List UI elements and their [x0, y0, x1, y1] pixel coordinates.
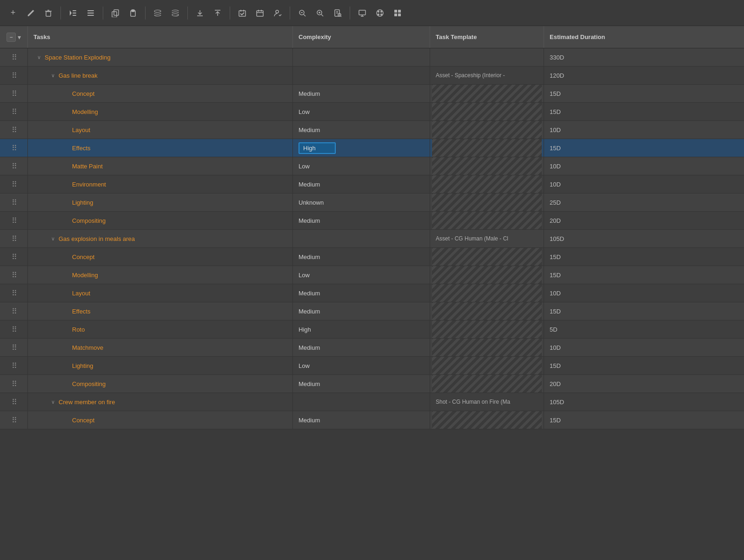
complexity-cell[interactable]: Medium [293, 121, 430, 139]
row-drag-handle[interactable]: ⠿ [0, 320, 28, 338]
row-drag-handle[interactable]: ⠿ [0, 103, 28, 120]
hatched-pattern [432, 139, 542, 157]
complexity-value-selected[interactable]: High [299, 142, 336, 154]
row-drag-handle[interactable]: ⠿ [0, 411, 28, 429]
complexity-cell[interactable] [293, 230, 430, 247]
upload-icon[interactable] [210, 6, 225, 20]
table-row[interactable]: ⠿LightingLow15D [0, 357, 744, 375]
table-row[interactable]: ⠿LayoutMedium10D [0, 284, 744, 302]
table-row[interactable]: ⠿EnvironmentMedium10D [0, 175, 744, 193]
complexity-cell[interactable] [293, 48, 430, 66]
complexity-cell[interactable]: Low [293, 157, 430, 175]
row-drag-handle[interactable]: ⠿ [0, 85, 28, 102]
svg-rect-18 [239, 11, 246, 16]
row-drag-handle[interactable]: ⠿ [0, 139, 28, 157]
table-row[interactable]: ⠿ModellingLow15D [0, 103, 744, 121]
palette-icon[interactable] [372, 6, 387, 20]
complexity-cell[interactable]: Medium [293, 302, 430, 320]
layers-down-icon[interactable] [168, 6, 183, 20]
row-drag-handle[interactable]: ⠿ [0, 67, 28, 84]
table-row[interactable]: ⠿ModellingLow15D [0, 266, 744, 284]
complexity-cell[interactable]: Medium [293, 339, 430, 356]
table-row[interactable]: ⠿∨Space Station Exploding330D [0, 48, 744, 67]
column-toggle[interactable]: − ▾ [0, 26, 28, 48]
task-label: Crew member on fire [59, 399, 115, 406]
complexity-cell[interactable]: Low [293, 266, 430, 284]
row-drag-handle[interactable]: ⠿ [0, 339, 28, 356]
sort-chevron-icon[interactable]: ▾ [18, 33, 21, 41]
indent-right-icon[interactable] [66, 6, 80, 20]
complexity-cell[interactable]: Medium [293, 284, 430, 302]
search-doc-icon[interactable] [330, 6, 345, 20]
hatched-pattern [432, 103, 542, 120]
add-icon[interactable]: + [6, 6, 20, 20]
expand-chevron-icon[interactable]: ∨ [37, 54, 41, 60]
calendar-icon[interactable] [252, 6, 267, 20]
table-row[interactable]: ⠿Matte PaintLow10D [0, 157, 744, 175]
table-row[interactable]: ⠿MatchmoveMedium10D [0, 339, 744, 357]
table-row[interactable]: ⠿∨Gas line breakAsset - Spaceship (Inter… [0, 67, 744, 85]
table-row[interactable]: ⠿EffectsMedium15D [0, 302, 744, 320]
complexity-cell[interactable]: Unknown [293, 193, 430, 211]
table-row[interactable]: ⠿∨Crew member on fireShot - CG Human on … [0, 393, 744, 411]
grid-view-icon[interactable] [390, 6, 405, 20]
row-drag-handle[interactable]: ⠿ [0, 248, 28, 266]
complexity-cell[interactable]: Medium [293, 375, 430, 393]
table-row[interactable]: ⠿ConceptMedium15D [0, 411, 744, 429]
delete-icon[interactable] [41, 6, 56, 20]
indent-left-icon[interactable] [83, 6, 98, 20]
complexity-cell[interactable]: Medium [293, 248, 430, 266]
complexity-cell[interactable] [293, 393, 430, 411]
svg-line-28 [304, 14, 306, 16]
expand-chevron-icon[interactable]: ∨ [51, 73, 55, 79]
complexity-cell[interactable]: Medium [293, 175, 430, 193]
complexity-cell[interactable]: High [293, 320, 430, 338]
row-drag-handle[interactable]: ⠿ [0, 193, 28, 211]
template-name: Asset - Spaceship (Interior - [432, 72, 509, 79]
row-drag-handle[interactable]: ⠿ [0, 375, 28, 393]
table-row[interactable]: ⠿ConceptMedium15D [0, 85, 744, 103]
person-assign-icon[interactable] [270, 6, 285, 20]
complexity-cell[interactable]: Medium [293, 212, 430, 229]
row-drag-handle[interactable]: ⠿ [0, 175, 28, 193]
row-drag-handle[interactable]: ⠿ [0, 121, 28, 139]
complexity-cell[interactable]: Medium [293, 85, 430, 102]
complexity-cell[interactable] [293, 67, 430, 84]
row-drag-handle[interactable]: ⠿ [0, 357, 28, 374]
row-drag-handle[interactable]: ⠿ [0, 302, 28, 320]
row-drag-handle[interactable]: ⠿ [0, 48, 28, 66]
row-drag-handle[interactable]: ⠿ [0, 230, 28, 247]
duration-value: 10D [550, 127, 561, 133]
table-row[interactable]: ⠿LayoutMedium10D [0, 121, 744, 139]
edit-icon[interactable] [23, 6, 38, 20]
expand-chevron-icon[interactable]: ∨ [51, 236, 55, 242]
table-row[interactable]: ⠿CompositingMedium20D [0, 212, 744, 230]
collapse-all-button[interactable]: − [7, 33, 16, 42]
table-row[interactable]: ⠿CompositingMedium20D [0, 375, 744, 393]
monitor-icon[interactable] [355, 6, 370, 20]
complexity-cell[interactable]: Low [293, 357, 430, 374]
zoom-out-icon[interactable] [295, 6, 310, 20]
download-icon[interactable] [193, 6, 207, 20]
calendar-check-icon[interactable] [235, 6, 250, 20]
table-row[interactable]: ⠿EffectsHigh15D [0, 139, 744, 157]
complexity-cell[interactable]: Medium [293, 411, 430, 429]
table-row[interactable]: ⠿RotoHigh5D [0, 320, 744, 339]
table-row[interactable]: ⠿∨Gas explosion in meals areaAsset - CG … [0, 230, 744, 248]
task-grid: ⠿∨Space Station Exploding330D⠿∨Gas line … [0, 48, 744, 429]
complexity-cell[interactable]: High [293, 139, 430, 157]
row-drag-handle[interactable]: ⠿ [0, 393, 28, 411]
zoom-in-icon[interactable] [312, 6, 327, 20]
table-row[interactable]: ⠿ConceptMedium15D [0, 248, 744, 266]
row-drag-handle[interactable]: ⠿ [0, 266, 28, 284]
layers-up-icon[interactable] [150, 6, 165, 20]
paste-icon[interactable] [126, 6, 140, 20]
row-drag-handle[interactable]: ⠿ [0, 212, 28, 229]
complexity-cell[interactable]: Low [293, 103, 430, 120]
table-row[interactable]: ⠿LightingUnknown25D [0, 193, 744, 212]
copy-icon[interactable] [108, 6, 123, 20]
row-drag-handle[interactable]: ⠿ [0, 157, 28, 175]
row-drag-handle[interactable]: ⠿ [0, 284, 28, 302]
expand-chevron-icon[interactable]: ∨ [51, 399, 55, 405]
complexity-value: Medium [299, 380, 320, 387]
